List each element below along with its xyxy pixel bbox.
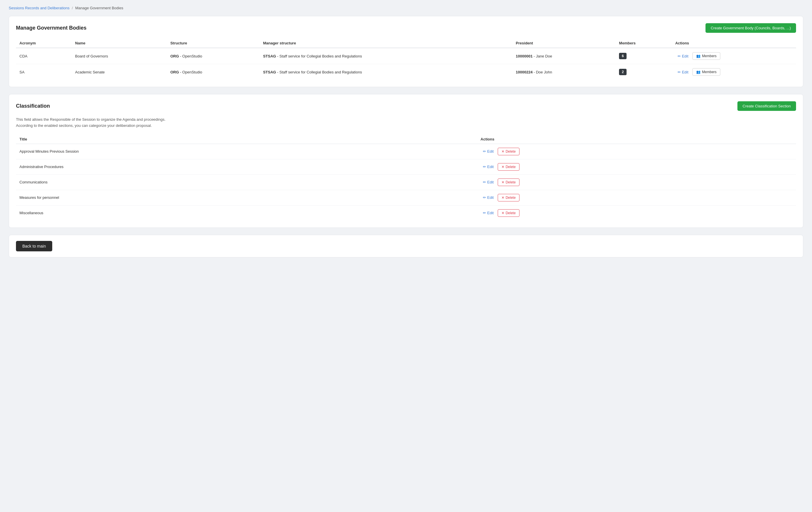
delete-icon: ✕ [501, 149, 504, 153]
delete-classification-button[interactable]: ✕ Delete [498, 163, 520, 171]
col-president: President [512, 38, 615, 48]
edit-icon: ✏ [678, 54, 681, 58]
delete-classification-button[interactable]: ✕ Delete [498, 178, 520, 186]
cell-cls-actions: ✏ Edit ✕ Delete [477, 205, 796, 221]
edit-classification-button[interactable]: ✏ Edit [481, 163, 496, 170]
edit-classification-button[interactable]: ✏ Edit [481, 209, 496, 216]
classification-description: This field allows the Responsible of the… [16, 117, 796, 129]
col-title: Title [16, 135, 477, 144]
classification-card: Classification Create Classification Sec… [9, 94, 803, 228]
col-actions: Actions [672, 38, 796, 48]
cell-members-count: 2 [615, 64, 672, 80]
bottom-bar: Back to main [9, 235, 803, 257]
cell-name: Academic Senate [72, 64, 167, 80]
members-button[interactable]: 👥 Members [692, 52, 720, 60]
table-row: SA Academic Senate ORG - OpenStudio STSA… [16, 64, 796, 80]
list-item: Approval Minutes Previous Session ✏ Edit… [16, 144, 796, 159]
edit-icon: ✏ [483, 165, 486, 169]
create-classification-section-button[interactable]: Create Classification Section [737, 101, 796, 111]
col-structure: Structure [167, 38, 260, 48]
edit-button[interactable]: ✏ Edit [675, 69, 691, 76]
col-members: Members [615, 38, 672, 48]
edit-icon: ✏ [483, 195, 486, 200]
breadcrumb-separator: / [72, 6, 73, 10]
cell-members-count: 6 [615, 48, 672, 64]
cell-actions: ✏ Edit 👥 Members [672, 48, 796, 64]
breadcrumb: Sessions Records and Deliberations / Man… [9, 6, 803, 10]
cell-cls-actions: ✏ Edit ✕ Delete [477, 190, 796, 205]
col-acronym: Acronym [16, 38, 72, 48]
classification-header: Classification Create Classification Sec… [16, 101, 796, 111]
government-bodies-card: Manage Government Bodies Create Governme… [9, 16, 803, 87]
classification-title: Classification [16, 103, 50, 109]
classification-desc-line1: This field allows the Responsible of the… [16, 117, 166, 122]
cell-president: 10000224 - Doe John [512, 64, 615, 80]
government-bodies-table: Acronym Name Structure Manager structure… [16, 38, 796, 80]
government-bodies-header: Manage Government Bodies Create Governme… [16, 23, 796, 33]
list-item: Miscellaneous ✏ Edit ✕ Delete [16, 205, 796, 221]
cell-title: Measures for personnel [16, 190, 477, 205]
delete-classification-button[interactable]: ✕ Delete [498, 148, 520, 155]
list-item: Administrative Procedures ✏ Edit ✕ Delet… [16, 159, 796, 174]
members-button[interactable]: 👥 Members [692, 68, 720, 76]
members-icon: 👥 [696, 70, 701, 74]
breadcrumb-link[interactable]: Sessions Records and Deliberations [9, 6, 70, 10]
edit-button[interactable]: ✏ Edit [675, 53, 691, 59]
delete-icon: ✕ [501, 180, 504, 184]
delete-icon: ✕ [501, 165, 504, 169]
list-item: Measures for personnel ✏ Edit ✕ Delete [16, 190, 796, 205]
edit-icon: ✏ [483, 180, 486, 184]
breadcrumb-current: Manage Government Bodies [75, 6, 123, 10]
cell-title: Approval Minutes Previous Session [16, 144, 477, 159]
col-manager-structure: Manager structure [259, 38, 512, 48]
back-to-main-button[interactable]: Back to main [16, 241, 52, 251]
edit-icon: ✏ [483, 211, 486, 215]
cell-structure: ORG - OpenStudio [167, 64, 260, 80]
members-icon: 👥 [696, 54, 701, 58]
edit-classification-button[interactable]: ✏ Edit [481, 148, 496, 155]
col-actions-cls: Actions [477, 135, 796, 144]
cell-title: Administrative Procedures [16, 159, 477, 174]
cell-cls-actions: ✏ Edit ✕ Delete [477, 159, 796, 174]
cell-title: Communications [16, 174, 477, 190]
cell-president: 10000001 - Jane Doe [512, 48, 615, 64]
edit-icon: ✏ [678, 70, 681, 74]
cell-cls-actions: ✏ Edit ✕ Delete [477, 174, 796, 190]
cell-acronym: SA [16, 64, 72, 80]
create-government-body-button[interactable]: Create Government Body (Councils, Boards… [705, 23, 796, 33]
col-name: Name [72, 38, 167, 48]
cell-manager: STSAG - Staff service for Collegial Bodi… [259, 48, 512, 64]
edit-icon: ✏ [483, 149, 486, 153]
list-item: Communications ✏ Edit ✕ Delete [16, 174, 796, 190]
classification-header-row: Title Actions [16, 135, 796, 144]
delete-classification-button[interactable]: ✕ Delete [498, 209, 520, 217]
edit-classification-button[interactable]: ✏ Edit [481, 179, 496, 186]
cell-title: Miscellaneous [16, 205, 477, 221]
cell-name: Board of Governors [72, 48, 167, 64]
table-row: CDA Board of Governors ORG - OpenStudio … [16, 48, 796, 64]
delete-icon: ✕ [501, 196, 504, 200]
government-bodies-title: Manage Government Bodies [16, 25, 86, 31]
delete-classification-button[interactable]: ✕ Delete [498, 194, 520, 201]
classification-desc-line2: According to the enabled sections, you c… [16, 123, 152, 128]
cell-manager: STSAG - Staff service for Collegial Bodi… [259, 64, 512, 80]
cell-structure: ORG - OpenStudio [167, 48, 260, 64]
classification-table: Title Actions Approval Minutes Previous … [16, 135, 796, 221]
cell-actions: ✏ Edit 👥 Members [672, 64, 796, 80]
delete-icon: ✕ [501, 211, 504, 215]
edit-classification-button[interactable]: ✏ Edit [481, 194, 496, 201]
cell-cls-actions: ✏ Edit ✕ Delete [477, 144, 796, 159]
table-header-row: Acronym Name Structure Manager structure… [16, 38, 796, 48]
cell-acronym: CDA [16, 48, 72, 64]
